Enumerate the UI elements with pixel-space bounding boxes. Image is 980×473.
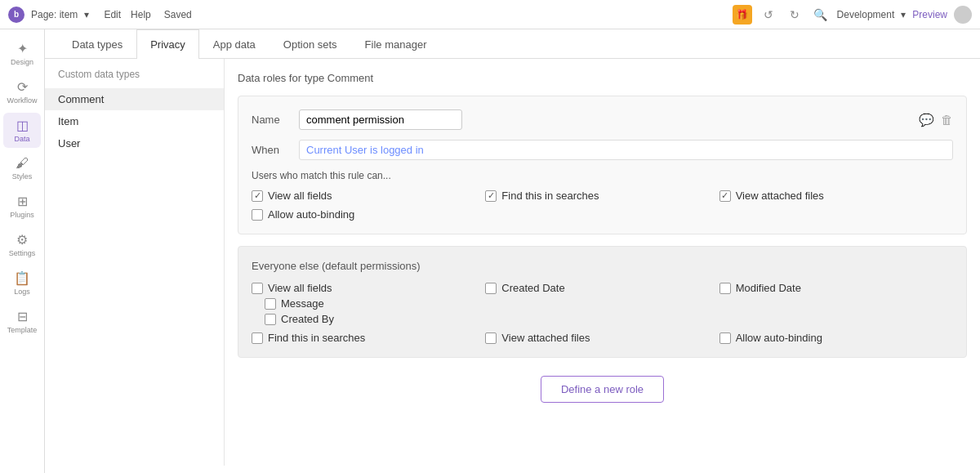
- view-all-fields-label: View all fields: [268, 190, 332, 202]
- permissions-grid: View all fields Find this in searches Vi…: [252, 190, 953, 221]
- left-panel: Custom data types Comment Item User: [45, 59, 225, 466]
- left-panel-title: Custom data types: [45, 69, 224, 88]
- data-type-item-item[interactable]: Item: [45, 110, 224, 132]
- sidebar-item-plugins[interactable]: ⊞ Plugins: [3, 189, 41, 224]
- main-content: Data types Privacy App data Option sets …: [45, 29, 980, 473]
- app-logo: b: [8, 7, 24, 23]
- default-message-label: Message: [281, 297, 324, 310]
- sidebar-item-workflow[interactable]: ⟳ Workflow: [3, 74, 41, 109]
- delete-icon[interactable]: 🗑: [941, 113, 953, 127]
- main-tabs: Data types Privacy App data Option sets …: [45, 29, 980, 59]
- settings-icon: ⚙: [16, 232, 28, 248]
- name-input[interactable]: [299, 109, 462, 130]
- default-modified-date-checkbox[interactable]: [719, 283, 731, 294]
- default-view-all-fields: View all fields: [252, 282, 485, 294]
- preview-button[interactable]: Preview: [912, 9, 947, 20]
- name-row: Name 💬 🗑: [252, 109, 953, 130]
- search-icon[interactable]: 🔍: [811, 5, 831, 25]
- env-dropdown-icon[interactable]: ▾: [901, 9, 906, 20]
- sidebar-item-label: Styles: [12, 172, 33, 181]
- sidebar-item-settings[interactable]: ⚙ Settings: [3, 227, 41, 262]
- help-menu[interactable]: Help: [131, 9, 151, 20]
- default-allow-auto-binding-label: Allow auto-binding: [736, 332, 822, 344]
- default-created-by-checkbox[interactable]: [265, 314, 276, 325]
- sidebar-item-label: Plugins: [10, 211, 34, 219]
- page-label: Page: item: [31, 9, 78, 20]
- default-created-by: Created By: [252, 313, 485, 325]
- default-bottom-perms: Find this in searches View attached file…: [252, 332, 953, 344]
- default-message: Message: [252, 297, 485, 310]
- tab-data-types[interactable]: Data types: [58, 29, 136, 59]
- data-type-item-user[interactable]: User: [45, 132, 224, 154]
- design-icon: ✦: [17, 41, 28, 56]
- define-btn-area: Define a new role: [238, 369, 967, 403]
- name-label: Name: [252, 114, 292, 126]
- page-dropdown-icon[interactable]: ▾: [84, 9, 89, 20]
- default-modified-date-label: Modified Date: [736, 282, 801, 294]
- sidebar-item-data[interactable]: ◫ Data: [3, 113, 41, 148]
- allow-auto-binding-label: Allow auto-binding: [268, 208, 354, 221]
- env-selector[interactable]: Development: [837, 9, 895, 20]
- perm-allow-auto-binding: Allow auto-binding: [252, 208, 485, 221]
- default-find-searches-checkbox[interactable]: [252, 332, 263, 344]
- plugins-icon: ⊞: [17, 194, 28, 209]
- topbar-right: 🎁 ↺ ↻ 🔍 Development ▾ Preview: [733, 5, 972, 25]
- right-panel-title: Data roles for type Comment: [238, 72, 967, 84]
- default-message-checkbox[interactable]: [265, 298, 276, 310]
- tab-app-data[interactable]: App data: [199, 29, 270, 59]
- default-allow-auto-binding: Allow auto-binding: [719, 332, 953, 344]
- default-card: Everyone else (default permissions) View…: [238, 246, 967, 358]
- default-view-all-label: View all fields: [268, 282, 332, 294]
- default-created-date-checkbox[interactable]: [485, 283, 497, 294]
- tab-option-sets[interactable]: Option sets: [270, 29, 351, 59]
- default-view-all-fields-checkbox[interactable]: [252, 283, 263, 294]
- view-all-fields-checkbox[interactable]: [252, 190, 263, 202]
- user-avatar[interactable]: [954, 6, 972, 24]
- users-match-text: Users who match this rule can...: [252, 170, 953, 181]
- sidebar-item-styles[interactable]: 🖌 Styles: [3, 151, 41, 185]
- topbar-nav: Edit Help Saved: [104, 9, 191, 20]
- when-label: When: [252, 144, 292, 156]
- default-view-attached: View attached files: [485, 332, 719, 344]
- logs-icon: 📋: [14, 270, 30, 286]
- template-icon: ⊟: [17, 309, 28, 324]
- sidebar-item-logs[interactable]: 📋 Logs: [3, 266, 41, 301]
- sidebar-item-template[interactable]: ⊟ Template: [3, 304, 41, 339]
- data-icon: ◫: [16, 118, 29, 133]
- when-row: When: [252, 140, 953, 160]
- default-view-attached-label: View attached files: [501, 332, 590, 344]
- default-view-attached-checkbox[interactable]: [485, 332, 497, 344]
- sidebar-item-label: Settings: [9, 249, 36, 257]
- redo-icon[interactable]: ↻: [785, 5, 804, 25]
- comment-icon[interactable]: 💬: [919, 113, 934, 127]
- right-panel: Data roles for type Comment Name 💬 🗑: [225, 59, 980, 466]
- find-searches-checkbox[interactable]: [485, 190, 497, 202]
- sidebar-item-label: Template: [7, 326, 38, 334]
- default-sub-perms: Message Created By: [252, 297, 953, 325]
- define-new-role-button[interactable]: Define a new role: [541, 376, 664, 403]
- sidebar-item-label: Data: [14, 135, 29, 143]
- styles-icon: 🖌: [16, 156, 29, 171]
- role-card: Name 💬 🗑 When Users who match this rule …: [238, 96, 967, 234]
- view-attached-checkbox[interactable]: [719, 190, 731, 202]
- allow-auto-binding-checkbox[interactable]: [252, 209, 263, 221]
- perm-find-searches: Find this in searches: [485, 190, 719, 202]
- data-type-item-comment[interactable]: Comment: [45, 88, 224, 110]
- sidebar-item-label: Design: [11, 58, 33, 66]
- gift-icon[interactable]: 🎁: [733, 5, 752, 25]
- default-created-date-label: Created Date: [501, 282, 564, 294]
- default-title: Everyone else (default permissions): [252, 260, 953, 272]
- sidebar-item-design[interactable]: ✦ Design: [3, 36, 41, 71]
- default-created-date: Created Date: [485, 282, 719, 294]
- tab-privacy[interactable]: Privacy: [136, 29, 199, 59]
- workflow-icon: ⟳: [17, 79, 28, 95]
- role-card-icons: 💬 🗑: [919, 113, 953, 127]
- edit-menu[interactable]: Edit: [104, 9, 121, 20]
- perm-view-all-fields: View all fields: [252, 190, 485, 202]
- when-condition-input[interactable]: [299, 140, 953, 160]
- tab-file-manager[interactable]: File manager: [351, 29, 441, 59]
- default-allow-auto-binding-checkbox[interactable]: [719, 332, 731, 344]
- undo-icon[interactable]: ↺: [759, 5, 778, 25]
- app-layout: ✦ Design ⟳ Workflow ◫ Data 🖌 Styles ⊞ Pl…: [0, 29, 980, 473]
- default-find-searches-label: Find this in searches: [268, 332, 365, 344]
